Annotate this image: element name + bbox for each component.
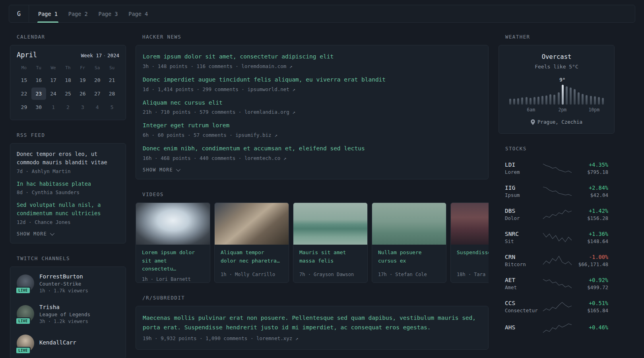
video-title: Aliquam tempor dolor nec pharetra…: [221, 249, 283, 265]
rss-item-title[interactable]: Donec tempor eros leo, ut commodo mauris…: [17, 150, 119, 167]
video-card[interactable]: Aliquam tempor dolor nec pharetra… 1h · …: [214, 202, 289, 283]
stock-name: Ipsum: [505, 192, 541, 198]
stock-row[interactable]: CRN Bitcorn -1.00% $66,171.48: [499, 249, 615, 272]
post-meta: 19h · 9,932 points · 1,090 comments · lo…: [143, 335, 481, 341]
stock-row[interactable]: LDI Lorem +4.35% $795.18: [499, 157, 615, 180]
rss-item-title[interactable]: In hac habitasse platea: [17, 180, 119, 188]
channel-meta: 3h · 1.2k viewers: [39, 319, 90, 324]
hn-item-title[interactable]: Integer eget rutrum lorem: [143, 121, 481, 130]
hn-item-meta: 6h · 60 points · 57 comments · ipsumify.…: [143, 132, 481, 138]
hn-source-link[interactable]: loremdomain.com ↗: [241, 63, 292, 69]
rss-item: Sed volutpat nulla nisl, a condimentum n…: [17, 201, 119, 225]
rss-item: Donec tempor eros leo, ut commodo mauris…: [17, 150, 119, 174]
calendar-day: 15: [17, 74, 31, 86]
calendar-dow-label: Mo: [17, 63, 31, 73]
post-source-link[interactable]: loremnet.xyz ↗: [256, 335, 298, 341]
stock-sparkline: [542, 323, 572, 333]
weather-bar: [526, 97, 528, 105]
stock-row[interactable]: IIG Ipsum +2.84% $42.04: [499, 180, 615, 203]
weather-bar: [574, 89, 576, 105]
twitch-channel[interactable]: LIVE Trisha League of Legends 3h · 1.2k …: [17, 304, 119, 324]
hn-item-title[interactable]: Aliquam nec cursus elit: [143, 99, 481, 107]
channel-category: League of Legends: [39, 311, 90, 317]
video-card[interactable]: Mauris sit amet massa felis 7h · Grayson…: [293, 202, 368, 283]
show-more-button[interactable]: SHOW MORE: [143, 167, 179, 173]
weather-bar: [558, 92, 560, 105]
channel-name: ForrestBurton: [39, 273, 88, 280]
nav-tab[interactable]: Page 3: [93, 5, 123, 22]
videos-row: Lorem ipsum dolor sit amet consectetu… 1…: [136, 202, 489, 283]
nav-tab[interactable]: Page 4: [123, 5, 153, 22]
calendar-day: 20: [90, 74, 105, 86]
rss-item-meta: 12d · Chance Jones: [17, 219, 119, 225]
weather-bar: [578, 92, 580, 105]
hn-item-title[interactable]: Donec imperdiet augue tincidunt felis al…: [143, 76, 481, 84]
stock-row[interactable]: CCS Consectetur +0.51% $165.84: [499, 295, 615, 318]
calendar-dow-label: Sa: [90, 63, 105, 73]
calendar-dow-label: We: [46, 63, 61, 73]
weather-bar: [602, 98, 604, 105]
weather-bar: [517, 98, 519, 105]
nav-tab[interactable]: Page 1: [33, 5, 63, 22]
weather-chart: 9°: [509, 77, 604, 113]
stock-change: +0.46%: [573, 324, 608, 331]
section-title: STOCKS: [499, 146, 615, 152]
stock-change: +1.36%: [573, 231, 608, 237]
weather-bar: [598, 97, 600, 105]
hn-source-link[interactable]: ipsumworld.net ↗: [247, 86, 295, 92]
weather-feels-like: Feels like 5°C: [505, 64, 608, 70]
weather-bar: [521, 97, 523, 105]
nav-tab[interactable]: Page 2: [63, 5, 93, 22]
section-title: HACKER NEWS: [136, 34, 489, 40]
calendar-day: 3: [75, 101, 90, 113]
calendar-day: 21: [105, 74, 119, 86]
weather-bar: [513, 99, 515, 105]
stock-row[interactable]: SNRC Sit +1.36% $148.64: [499, 226, 615, 249]
hn-source-link[interactable]: loremtech.co ↗: [244, 155, 286, 161]
calendar-day: 27: [90, 88, 105, 100]
rss-item-title[interactable]: Sed volutpat nulla nisl, a condimentum n…: [17, 201, 119, 218]
stock-name: Dolor: [505, 215, 541, 221]
hn-item: Donec enim nibh, condimentum et accumsan…: [143, 144, 481, 161]
video-title: Suspendisse diam: [457, 249, 489, 257]
weather-bar: [545, 95, 547, 105]
weather-bar: [582, 94, 584, 105]
stock-row[interactable]: AET Amet +0.92% $499.72: [499, 272, 615, 295]
post-title[interactable]: Maecenas mollis pulvinar erat non posuer…: [143, 313, 481, 333]
left-column: CALENDAR April Week 17·2024 Mo Tu We: [10, 34, 126, 358]
calendar-day: 18: [61, 74, 76, 86]
hn-item-title[interactable]: Lorem ipsum dolor sit amet, consectetur …: [143, 53, 481, 61]
weather-time-label: 10pm: [588, 107, 599, 113]
video-card[interactable]: Lorem ipsum dolor sit amet consectetu… 1…: [136, 202, 210, 283]
live-badge: LIVE: [16, 347, 31, 354]
video-thumbnail: [215, 203, 289, 245]
video-card[interactable]: Suspendisse diam 18h · Tara: [450, 202, 489, 283]
video-meta: 1h · Molly Carrillo: [221, 268, 283, 277]
hn-item-meta: 21h · 710 points · 579 comments · loreml…: [143, 109, 481, 115]
calendar-day: 17: [46, 74, 61, 86]
weather-bar: [533, 97, 535, 105]
hn-source-link[interactable]: loremlandia.org ↗: [244, 109, 295, 115]
stock-sparkline: [542, 186, 572, 197]
twitch-channel[interactable]: LIVE ForrestBurton Counter-Strike 1h · 1…: [17, 273, 119, 294]
stock-sparkline: [542, 232, 572, 243]
channel-name: Trisha: [39, 304, 90, 310]
weather-bar: [594, 96, 596, 105]
stock-ticker: SNRC: [505, 231, 541, 237]
rss-item-meta: 8d · Cynthia Saunders: [17, 189, 119, 195]
section-title: RSS FEED: [10, 132, 126, 138]
stock-row[interactable]: DBS Dolor +1.42% $156.28: [499, 203, 615, 226]
calendar-day: 26: [75, 88, 90, 100]
section-title: TWITCH CHANNELS: [10, 255, 126, 261]
subreddit-post: Maecenas mollis pulvinar erat non posuer…: [143, 313, 481, 341]
stock-row[interactable]: AHS +0.46%: [499, 318, 615, 338]
stock-ticker: AET: [505, 277, 541, 283]
hn-item-title[interactable]: Donec enim nibh, condimentum et accumsan…: [143, 144, 481, 153]
stock-price: $795.18: [573, 169, 608, 175]
video-meta: 7h · Grayson Dawson: [299, 268, 361, 277]
video-card[interactable]: Nullam posuere cursus ex 17h · Stefan Co…: [372, 202, 446, 283]
twitch-channel[interactable]: LIVE KendallCarr: [17, 335, 119, 352]
middle-column: HACKER NEWS Lorem ipsum dolor sit amet, …: [136, 34, 489, 350]
show-more-button[interactable]: SHOW MORE: [17, 231, 53, 237]
hn-source-link[interactable]: ipsumify.biz ↗: [235, 132, 277, 138]
